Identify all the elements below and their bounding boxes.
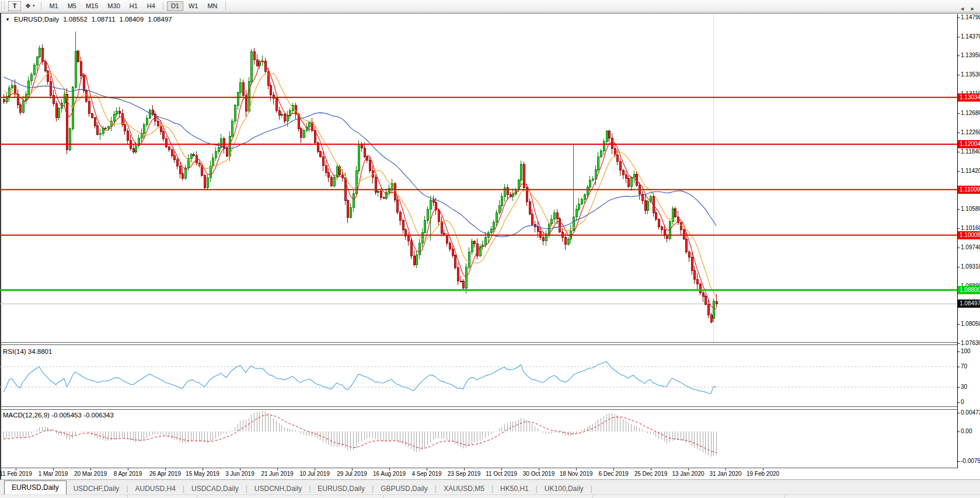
toolbar: T ❖ ▾ M1M5M15M30H1H4D1W1MN — [0, 0, 980, 12]
date-label[interactable]: 16 Aug 2019 — [373, 471, 406, 477]
date-label[interactable]: 23 Sep 2019 — [448, 471, 481, 477]
ohlc-low: 1.08409 — [120, 16, 144, 23]
timeframe-button-mn[interactable]: MN — [203, 1, 221, 11]
trading-app: T ❖ ▾ M1M5M15M30H1H4D1W1MN ▼ EURUSD,Dail… — [0, 0, 980, 498]
date-label[interactable]: 21 Jun 2019 — [261, 471, 293, 477]
panel-separator — [0, 468, 957, 468]
panel-separator[interactable] — [0, 342, 957, 343]
toolbar-grip[interactable] — [1, 2, 5, 10]
tab-usdcnh-daily[interactable]: USDCNH,Daily — [247, 483, 309, 494]
status-divider — [197, 495, 197, 498]
tab-uk100-daily[interactable]: UK100,Daily — [538, 483, 591, 494]
price-tick-label[interactable]: 1.14790 — [961, 14, 980, 20]
panel-separator[interactable] — [0, 406, 957, 407]
tab-eurusd-daily[interactable]: EURUSD,Daily — [311, 483, 372, 494]
date-label[interactable]: 18 Nov 2019 — [560, 471, 593, 477]
timeframe-button-m30[interactable]: M30 — [103, 1, 124, 11]
arrange-windows-button[interactable]: ❖ ▾ — [22, 1, 37, 11]
timeframe-button-m15[interactable]: M15 — [82, 1, 102, 11]
price-tick-label[interactable]: 1.13950 — [961, 52, 980, 58]
price-level-badge[interactable]: 1.10008 — [958, 231, 980, 239]
tab-separator: | — [591, 483, 592, 494]
macd-tick-label[interactable]: -0.00758 — [961, 458, 980, 464]
date-label[interactable]: 11 Feb 2019 — [0, 471, 32, 477]
chevron-down-icon: ▾ — [33, 4, 35, 8]
date-label[interactable]: 19 Feb 2020 — [747, 471, 779, 477]
rsi-tick-label[interactable]: 70 — [961, 363, 967, 370]
timeframe-button-h1[interactable]: H1 — [125, 1, 142, 11]
price-tick-label[interactable]: 1.11840 — [961, 148, 980, 155]
price-tick-label[interactable]: 1.07630 — [961, 340, 980, 346]
price-level-badge[interactable]: 1.13034 — [958, 93, 980, 102]
rsi-axis-tick — [957, 367, 960, 367]
rsi-canvas[interactable] — [0, 345, 957, 406]
macd-canvas[interactable] — [0, 410, 957, 468]
date-label[interactable]: 26 Apr 2019 — [149, 471, 181, 477]
date-label[interactable]: 10 Jul 2019 — [299, 471, 330, 477]
date-label[interactable]: 29 Jul 2019 — [337, 471, 367, 477]
price-tick-label[interactable]: 1.11420 — [961, 168, 980, 174]
status-divider — [383, 495, 383, 498]
rsi-tick-label[interactable]: 100 — [961, 348, 971, 354]
timeframe-button-m5[interactable]: M5 — [64, 1, 81, 11]
ohlc-close: 1.08497 — [148, 16, 172, 23]
tab-scroll-left-icon[interactable]: ◄ — [960, 6, 965, 12]
price-tick-label[interactable]: 1.14370 — [961, 33, 980, 40]
rsi-axis-tick — [957, 351, 960, 352]
tab-usdcad-daily[interactable]: USDCAD,Daily — [184, 483, 246, 494]
price-axis-tick — [957, 75, 960, 75]
date-label[interactable]: 3 Jun 2019 — [225, 471, 254, 477]
date-label[interactable]: 6 Dec 2019 — [598, 471, 628, 477]
price-tick-label[interactable]: 1.10160 — [961, 225, 980, 231]
timeframe-button-m1[interactable]: M1 — [45, 1, 62, 11]
rsi-indicator-label: RSI(14) 34.8801 — [3, 348, 52, 355]
price-level-badge[interactable]: 1.08800 — [958, 286, 980, 294]
rsi-tick-label[interactable]: 0 — [961, 399, 964, 405]
panel-separator[interactable] — [0, 344, 957, 345]
date-label[interactable]: 1 Mar 2019 — [39, 471, 68, 477]
date-label[interactable]: 8 Apr 2019 — [114, 471, 142, 477]
price-tick-label[interactable]: 1.12680 — [961, 110, 980, 116]
timeframe-button-w1[interactable]: W1 — [184, 1, 203, 11]
text-tool-button[interactable]: T — [8, 1, 21, 11]
rsi-tick-label[interactable]: 30 — [961, 384, 967, 390]
tab-audusd-h4[interactable]: AUDUSD,H4 — [128, 483, 183, 494]
toolbar-separator — [225, 2, 226, 11]
price-tick-label[interactable]: 1.09310 — [961, 263, 980, 270]
price-axis-tick — [957, 55, 960, 56]
main-chart-canvas[interactable] — [0, 14, 957, 342]
tab-xauusd-m5[interactable]: XAUUSD,M5 — [437, 483, 491, 494]
timeframe-button-d1[interactable]: D1 — [167, 1, 183, 11]
timeframe-button-h4[interactable]: H4 — [143, 1, 159, 11]
date-label[interactable]: 15 May 2019 — [186, 471, 219, 477]
date-label[interactable]: 4 Sep 2019 — [411, 471, 441, 477]
date-label[interactable]: 25 Dec 2019 — [634, 471, 668, 477]
chart-symbol-period: EURUSD,Daily — [14, 16, 59, 23]
price-level-badge[interactable]: 1.12004 — [958, 140, 980, 148]
toolbar-separator — [41, 2, 41, 11]
tab-gbpusd-daily[interactable]: GBPUSD,Daily — [374, 483, 435, 494]
price-axis-tick — [957, 209, 960, 210]
tab-usdchf-daily[interactable]: USDCHF,Daily — [67, 483, 127, 494]
date-label[interactable]: 20 Mar 2019 — [74, 471, 107, 477]
date-label[interactable]: 31 Jan 2020 — [709, 471, 741, 477]
collapse-icon[interactable]: ▼ — [5, 17, 10, 22]
tab-eurusd-daily[interactable]: EURUSD,Daily — [4, 480, 67, 494]
date-label[interactable]: 11 Oct 2019 — [486, 471, 517, 477]
macd-tick-label[interactable]: 0.004738 — [961, 409, 980, 416]
date-label[interactable]: 30 Oct 2019 — [523, 471, 554, 477]
price-axis-tick — [957, 267, 960, 267]
tab-scroll-right-icon[interactable]: ► — [970, 6, 975, 12]
price-level-badge[interactable]: 1.11009 — [958, 186, 980, 194]
price-tick-label[interactable]: 1.12260 — [961, 129, 980, 135]
panel-separator[interactable] — [0, 409, 957, 410]
price-tick-label[interactable]: 1.13530 — [961, 71, 980, 78]
price-tick-label[interactable]: 1.10580 — [961, 206, 980, 212]
macd-tick-label[interactable]: 0.00 — [961, 428, 972, 434]
toolbar-separator — [163, 2, 163, 11]
price-tick-label[interactable]: 1.08050 — [961, 321, 980, 327]
date-label[interactable]: 13 Jan 2020 — [672, 471, 704, 477]
price-axis-tick — [957, 248, 960, 248]
tab-hk50-h1[interactable]: HK50,H1 — [493, 483, 536, 494]
price-tick-label[interactable]: 1.09740 — [961, 244, 980, 250]
